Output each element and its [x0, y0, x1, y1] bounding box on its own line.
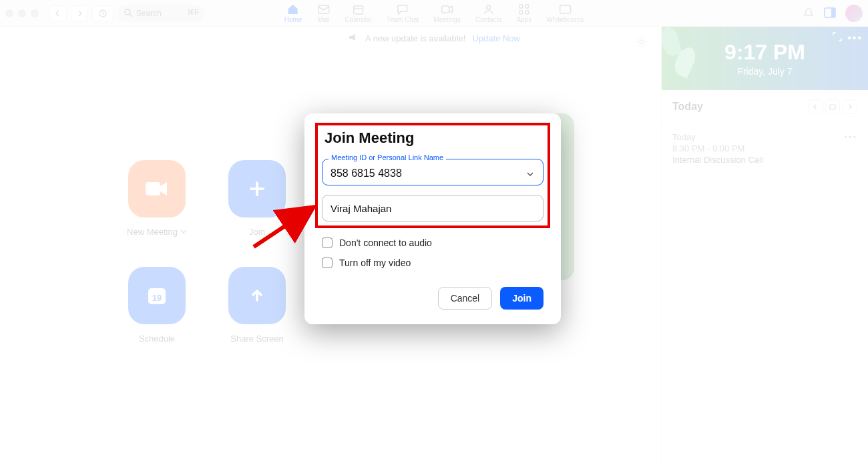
- join-button[interactable]: Join: [500, 287, 544, 310]
- modal-actions: Cancel Join: [322, 287, 544, 310]
- annotation-arrow: [247, 200, 327, 256]
- opt-audio-label: Don't connect to audio: [339, 238, 432, 248]
- meeting-id-field: Meeting ID or Personal Link Name: [322, 159, 544, 185]
- cancel-button[interactable]: Cancel: [438, 287, 493, 310]
- opt-video-row[interactable]: Turn off my video: [322, 258, 544, 268]
- chevron-down-icon[interactable]: [526, 168, 534, 180]
- display-name-input[interactable]: [322, 195, 544, 221]
- opt-video-label: Turn off my video: [339, 258, 411, 268]
- annotation-highlight: Join Meeting Meeting ID or Personal Link…: [315, 123, 550, 228]
- join-meeting-modal: Join Meeting Meeting ID or Personal Link…: [304, 113, 561, 324]
- meeting-id-label: Meeting ID or Personal Link Name: [329, 153, 446, 161]
- svg-line-22: [254, 207, 314, 247]
- checkbox-icon[interactable]: [322, 258, 333, 268]
- opt-audio-row[interactable]: Don't connect to audio: [322, 238, 544, 248]
- modal-title: Join Meeting: [324, 129, 544, 147]
- meeting-id-input[interactable]: [322, 159, 544, 185]
